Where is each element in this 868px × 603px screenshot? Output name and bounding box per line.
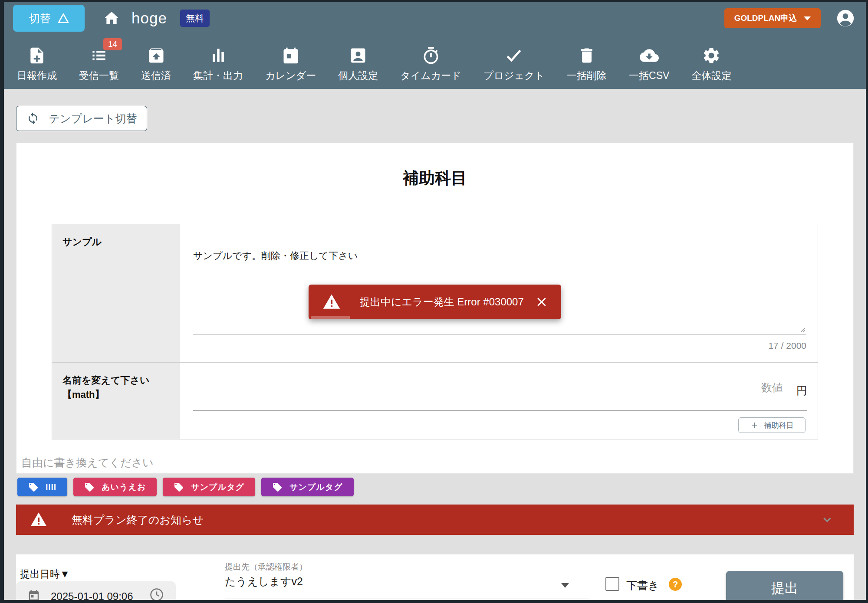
error-toast: 提出中にエラー発生 Error #030007	[309, 285, 561, 319]
tag-label: IIII	[46, 482, 56, 492]
nav-item-timecard[interactable]: タイムカード	[400, 46, 461, 82]
warning-icon	[322, 293, 341, 311]
banner-message: 無料プラン終了のお知らせ	[72, 513, 204, 527]
inbox-count-badge: 14	[103, 38, 122, 50]
calendar-icon	[281, 46, 300, 65]
nav-label: 一括削除	[567, 69, 607, 82]
tag-label: あいうえお	[102, 482, 146, 493]
warning-icon	[30, 511, 47, 528]
nav-label: 日報作成	[17, 69, 57, 82]
char-counter: 17 / 2000	[768, 341, 806, 351]
nav-item-inbox[interactable]: 14 受信一覧	[79, 46, 119, 82]
plan-badge: 無料	[180, 10, 210, 27]
textarea-underline	[193, 334, 806, 334]
nav-item-create-report[interactable]: 日報作成	[17, 46, 57, 82]
tag-icon	[28, 482, 39, 492]
datetime-value: 2025-01-01 09:06	[51, 590, 133, 600]
chevron-down-icon	[804, 16, 811, 20]
nav-item-sent[interactable]: 送信済	[141, 46, 171, 82]
form-table: サンプル サンプルです。削除・修正して下さい 17 / 2000 名前を変えて下…	[52, 224, 818, 439]
nav-item-global-settings[interactable]: 全体設定	[691, 46, 731, 82]
nav-label: タイムカード	[400, 69, 461, 82]
nav-label: カレンダー	[265, 69, 316, 82]
home-icon[interactable]	[103, 10, 120, 27]
select-caret-icon[interactable]	[561, 583, 569, 588]
close-icon[interactable]	[535, 295, 548, 308]
archive-up-icon	[147, 46, 166, 65]
row-label: サンプル	[52, 224, 180, 362]
goldplan-apply-button[interactable]: GOLDPLAN申込	[724, 8, 821, 28]
account-avatar-icon[interactable]	[835, 8, 855, 28]
form-title: 補助科目	[16, 143, 853, 189]
trash-icon	[577, 46, 596, 65]
file-plus-icon	[27, 46, 46, 65]
unit-suffix: 円	[796, 383, 807, 398]
header: 切替 hoge 無料 GOLDPLAN申込	[4, 2, 866, 89]
nav-item-bulk-csv[interactable]: 一括CSV	[629, 46, 669, 82]
tag-button[interactable]: サンプルタグ	[163, 478, 255, 496]
submit-footer: 提出日時▼ 2025-01-01 09:06 提出先（承認権限者） たうえします…	[16, 554, 854, 600]
sync-icon	[26, 112, 39, 125]
template-switch-label: テンプレート切替	[49, 111, 137, 126]
template-switch-button[interactable]: テンプレート切替	[16, 106, 147, 131]
person-badge-icon	[349, 46, 368, 65]
nav-label: 全体設定	[691, 69, 731, 82]
nav-item-aggregate-output[interactable]: 集計・出力	[193, 46, 243, 82]
check-icon	[504, 46, 523, 65]
switch-button[interactable]: 切替	[13, 5, 85, 32]
page-title: hoge	[132, 10, 167, 27]
tag-button[interactable]: サンプルタグ	[261, 478, 354, 496]
nav-item-calendar[interactable]: カレンダー	[265, 46, 316, 82]
tag-icon	[174, 482, 184, 492]
sample-textarea[interactable]: サンプルです。削除・修正して下さい	[193, 249, 806, 262]
recipient-label: 提出先（承認権限者）	[225, 561, 307, 573]
plan-notice-banner[interactable]: 無料プラン終了のお知らせ	[16, 505, 854, 535]
tags-row: IIII あいうえお サンプルタグ サンプルタグ	[17, 478, 354, 496]
tag-label: サンプルタグ	[191, 482, 244, 493]
tag-icon	[84, 482, 95, 492]
chevron-down-icon[interactable]	[821, 513, 834, 526]
nav-label: プロジェクト	[483, 69, 545, 82]
bar-chart-icon	[209, 46, 228, 65]
nav-label: 受信一覧	[79, 69, 119, 82]
triangle-icon	[58, 13, 69, 23]
nav-label: 一括CSV	[629, 69, 669, 82]
nav-label: 集計・出力	[193, 69, 243, 82]
tag-label: サンプルタグ	[289, 482, 343, 493]
recipient-select[interactable]: たうえしますv2	[225, 574, 303, 589]
nav-label: 送信済	[141, 69, 171, 82]
calendar-icon	[27, 589, 40, 600]
datetime-picker[interactable]: 2025-01-01 09:06	[16, 581, 176, 600]
main-nav: 日報作成 14 受信一覧 送信済 集計・出力	[4, 35, 866, 100]
add-subaccount-button[interactable]: 補助科目	[738, 417, 806, 433]
submit-button[interactable]: 提出	[726, 571, 843, 600]
tag-button[interactable]: IIII	[17, 478, 67, 496]
amount-input[interactable]	[600, 381, 784, 394]
switch-button-label: 切替	[29, 11, 51, 26]
nav-item-personal-settings[interactable]: 個人設定	[338, 46, 378, 82]
table-row-math: 名前を変えて下さい【math】 円 補助科目	[52, 363, 818, 439]
free-text-field[interactable]: 自由に書き換えてください	[21, 456, 154, 470]
resize-handle-icon[interactable]	[798, 325, 806, 333]
add-subaccount-label: 補助科目	[764, 420, 794, 430]
nav-item-project[interactable]: プロジェクト	[483, 46, 545, 82]
tag-button[interactable]: あいうえお	[73, 478, 157, 496]
toast-progress-bar	[311, 316, 350, 319]
timer-icon	[421, 46, 441, 65]
error-message: 提出中にエラー発生 Error #030007	[360, 295, 524, 309]
report-form-card: 補助科目 サンプル サンプルです。削除・修正して下さい 17 / 2000 名前…	[16, 143, 854, 474]
recipient-underline	[225, 599, 589, 599]
plus-icon	[750, 421, 758, 429]
draft-checkbox[interactable]	[605, 577, 619, 591]
datetime-label[interactable]: 提出日時▼	[20, 567, 70, 581]
row-label: 名前を変えて下さい【math】	[52, 363, 180, 439]
help-icon[interactable]	[669, 578, 682, 591]
header-top-row: 切替 hoge 無料 GOLDPLAN申込	[4, 2, 866, 35]
clock-icon[interactable]	[149, 587, 164, 600]
draft-label: 下書き	[626, 578, 659, 593]
input-underline	[193, 410, 807, 411]
nav-item-bulk-delete[interactable]: 一括削除	[567, 46, 607, 82]
window-frame: 切替 hoge 無料 GOLDPLAN申込	[0, 0, 868, 603]
gear-icon	[702, 46, 721, 65]
app-root: 切替 hoge 無料 GOLDPLAN申込	[4, 2, 866, 600]
